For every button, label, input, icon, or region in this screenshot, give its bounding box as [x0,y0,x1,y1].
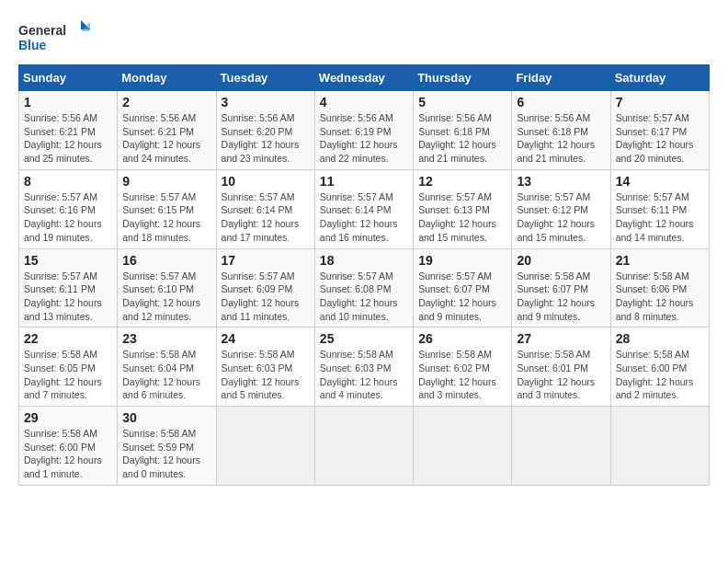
day-cell-4: 4Sunrise: 5:56 AMSunset: 6:19 PMDaylight… [314,91,413,170]
day-info: Sunrise: 5:57 AMSunset: 6:10 PMDaylight:… [122,270,210,324]
day-number: 28 [616,331,704,346]
weekday-header-thursday: Thursday [414,65,512,91]
day-cell-27: 27Sunrise: 5:58 AMSunset: 6:01 PMDayligh… [512,327,610,407]
day-cell-8: 8Sunrise: 5:57 AMSunset: 6:16 PMDaylight… [19,169,118,248]
day-cell-20: 20Sunrise: 5:58 AMSunset: 6:07 PMDayligh… [512,248,610,327]
day-cell-21: 21Sunrise: 5:58 AMSunset: 6:06 PMDayligh… [610,248,709,327]
day-number: 5 [418,95,506,109]
day-info: Sunrise: 5:58 AMSunset: 6:03 PMDaylight:… [320,348,408,402]
empty-cell [414,407,512,486]
day-info: Sunrise: 5:56 AMSunset: 6:18 PMDaylight:… [517,111,605,166]
day-cell-10: 10Sunrise: 5:57 AMSunset: 6:14 PMDayligh… [216,169,314,248]
day-number: 1 [24,95,112,109]
logo: General Blue [18,18,92,55]
day-info: Sunrise: 5:58 AMSunset: 6:07 PMDaylight:… [517,270,605,324]
day-number: 22 [24,331,112,346]
day-number: 24 [222,331,310,346]
svg-text:Blue: Blue [18,38,47,52]
weekday-header-sunday: Sunday [19,65,118,91]
day-cell-3: 3Sunrise: 5:56 AMSunset: 6:20 PMDaylight… [216,91,314,170]
day-number: 27 [517,331,605,346]
day-cell-17: 17Sunrise: 5:57 AMSunset: 6:09 PMDayligh… [216,248,314,327]
day-number: 25 [320,331,408,346]
day-number: 20 [517,253,605,268]
day-number: 21 [616,253,704,268]
logo-svg: General Blue [18,18,92,55]
day-number: 30 [122,410,210,425]
day-number: 2 [122,95,210,109]
calendar-week-0: 1Sunrise: 5:56 AMSunset: 6:21 PMDaylight… [19,91,710,170]
day-cell-30: 30Sunrise: 5:58 AMSunset: 5:59 PMDayligh… [118,407,216,486]
day-info: Sunrise: 5:58 AMSunset: 6:02 PMDaylight:… [418,348,506,402]
day-info: Sunrise: 5:57 AMSunset: 6:11 PMDaylight:… [24,270,112,324]
weekday-header-saturday: Saturday [610,65,709,91]
day-info: Sunrise: 5:58 AMSunset: 6:00 PMDaylight:… [24,427,112,481]
calendar-week-2: 15Sunrise: 5:57 AMSunset: 6:11 PMDayligh… [19,248,710,327]
day-info: Sunrise: 5:58 AMSunset: 6:03 PMDaylight:… [222,348,310,402]
day-number: 16 [122,253,210,268]
calendar-week-1: 8Sunrise: 5:57 AMSunset: 6:16 PMDaylight… [19,169,710,248]
day-info: Sunrise: 5:58 AMSunset: 6:06 PMDaylight:… [616,270,704,324]
day-cell-2: 2Sunrise: 5:56 AMSunset: 6:21 PMDaylight… [118,91,216,170]
weekday-header-monday: Monday [118,65,216,91]
empty-cell [512,407,610,486]
day-info: Sunrise: 5:58 AMSunset: 6:00 PMDaylight:… [616,348,704,402]
day-number: 23 [122,331,210,346]
day-cell-19: 19Sunrise: 5:57 AMSunset: 6:07 PMDayligh… [414,248,512,327]
day-cell-12: 12Sunrise: 5:57 AMSunset: 6:13 PMDayligh… [414,169,512,248]
empty-cell [314,407,413,486]
day-info: Sunrise: 5:58 AMSunset: 6:05 PMDaylight:… [24,348,112,402]
day-number: 26 [418,331,506,346]
empty-cell [610,407,709,486]
calendar-week-4: 29Sunrise: 5:58 AMSunset: 6:00 PMDayligh… [19,407,710,486]
day-cell-9: 9Sunrise: 5:57 AMSunset: 6:15 PMDaylight… [118,169,216,248]
empty-cell [216,407,314,486]
day-cell-24: 24Sunrise: 5:58 AMSunset: 6:03 PMDayligh… [216,327,314,407]
day-cell-15: 15Sunrise: 5:57 AMSunset: 6:11 PMDayligh… [19,248,118,327]
day-number: 19 [418,253,506,268]
day-number: 8 [24,174,112,189]
day-cell-23: 23Sunrise: 5:58 AMSunset: 6:04 PMDayligh… [118,327,216,407]
weekday-header-wednesday: Wednesday [314,65,413,91]
calendar-week-3: 22Sunrise: 5:58 AMSunset: 6:05 PMDayligh… [19,327,710,407]
day-info: Sunrise: 5:56 AMSunset: 6:21 PMDaylight:… [24,111,112,166]
weekday-header-friday: Friday [512,65,610,91]
day-info: Sunrise: 5:58 AMSunset: 6:04 PMDaylight:… [122,348,210,402]
day-info: Sunrise: 5:56 AMSunset: 6:20 PMDaylight:… [222,111,310,166]
day-number: 17 [222,253,310,268]
day-info: Sunrise: 5:57 AMSunset: 6:08 PMDaylight:… [320,270,408,324]
day-cell-13: 13Sunrise: 5:57 AMSunset: 6:12 PMDayligh… [512,169,610,248]
day-cell-16: 16Sunrise: 5:57 AMSunset: 6:10 PMDayligh… [118,248,216,327]
weekday-header-tuesday: Tuesday [216,65,314,91]
day-number: 6 [517,95,605,109]
day-cell-25: 25Sunrise: 5:58 AMSunset: 6:03 PMDayligh… [314,327,413,407]
day-number: 12 [418,174,506,189]
day-info: Sunrise: 5:57 AMSunset: 6:12 PMDaylight:… [517,190,605,245]
day-number: 11 [320,174,408,189]
day-cell-14: 14Sunrise: 5:57 AMSunset: 6:11 PMDayligh… [610,169,709,248]
day-info: Sunrise: 5:57 AMSunset: 6:17 PMDaylight:… [616,111,704,166]
day-number: 3 [222,95,310,109]
day-number: 14 [616,174,704,189]
day-info: Sunrise: 5:57 AMSunset: 6:16 PMDaylight:… [24,190,112,245]
day-info: Sunrise: 5:58 AMSunset: 5:59 PMDaylight:… [122,427,210,481]
day-cell-18: 18Sunrise: 5:57 AMSunset: 6:08 PMDayligh… [314,248,413,327]
day-cell-11: 11Sunrise: 5:57 AMSunset: 6:14 PMDayligh… [314,169,413,248]
calendar-table: SundayMondayTuesdayWednesdayThursdayFrid… [18,64,710,486]
day-cell-22: 22Sunrise: 5:58 AMSunset: 6:05 PMDayligh… [19,327,118,407]
day-cell-26: 26Sunrise: 5:58 AMSunset: 6:02 PMDayligh… [414,327,512,407]
svg-text:General: General [18,23,66,38]
day-info: Sunrise: 5:56 AMSunset: 6:19 PMDaylight:… [320,111,408,166]
day-number: 10 [222,174,310,189]
weekday-header-row: SundayMondayTuesdayWednesdayThursdayFrid… [19,65,710,91]
day-cell-1: 1Sunrise: 5:56 AMSunset: 6:21 PMDaylight… [19,91,118,170]
day-number: 13 [517,174,605,189]
header: General Blue [18,18,710,55]
day-number: 7 [616,95,704,109]
day-number: 15 [24,253,112,268]
day-cell-29: 29Sunrise: 5:58 AMSunset: 6:00 PMDayligh… [19,407,118,486]
day-number: 18 [320,253,408,268]
day-number: 29 [24,410,112,425]
day-cell-5: 5Sunrise: 5:56 AMSunset: 6:18 PMDaylight… [414,91,512,170]
day-info: Sunrise: 5:57 AMSunset: 6:15 PMDaylight:… [122,190,210,245]
